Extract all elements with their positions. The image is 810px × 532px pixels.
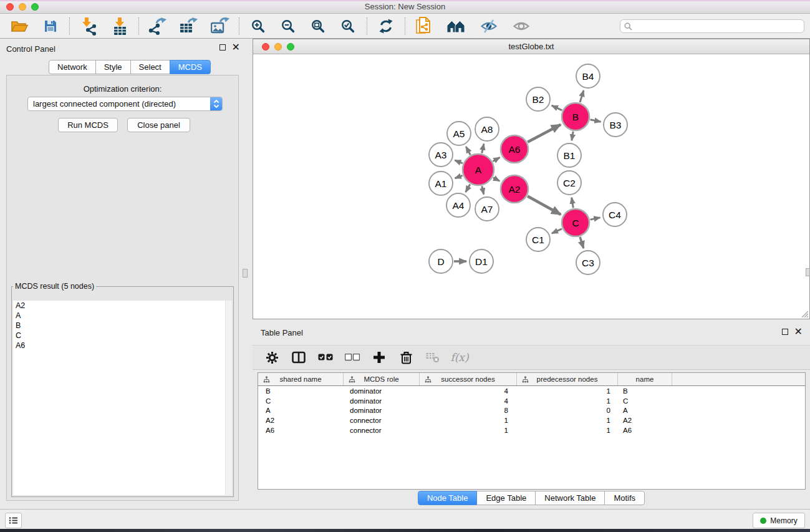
- node-B4[interactable]: B4: [576, 64, 600, 88]
- column-header-mcds-role[interactable]: MCDS role: [344, 373, 420, 385]
- tab-node-table[interactable]: Node Table: [418, 491, 478, 505]
- tab-style[interactable]: Style: [95, 60, 131, 74]
- close-panel-icon[interactable]: ✕: [232, 44, 240, 51]
- edge-A-A3[interactable]: [455, 160, 463, 163]
- criterion-dropdown[interactable]: largest connected component (directed): [27, 97, 223, 111]
- node-C3[interactable]: C3: [576, 251, 600, 274]
- node-B1[interactable]: B1: [557, 143, 581, 167]
- zoom-in-icon[interactable]: [248, 16, 269, 36]
- zoom-out-icon[interactable]: [277, 16, 299, 36]
- table-row[interactable]: Bdominator41B: [258, 386, 805, 396]
- function-builder-icon[interactable]: f(x): [451, 349, 468, 365]
- network-canvas[interactable]: B4B2BB3A5A8A6B1A3AA1C2A2A4A7C4CC1C3DD1: [254, 55, 806, 318]
- minimize-network-button[interactable]: [274, 43, 282, 51]
- edge-C-C2[interactable]: [572, 198, 574, 208]
- run-mcds-button[interactable]: Run MCDS: [58, 118, 118, 132]
- zoom-fit-icon[interactable]: [307, 16, 329, 36]
- import-table-icon[interactable]: [109, 16, 130, 36]
- close-panel-button[interactable]: Close panel: [127, 118, 190, 132]
- tab-mcds[interactable]: MCDS: [170, 60, 211, 74]
- open-folder-icon[interactable]: [9, 16, 30, 36]
- node-A[interactable]: A: [463, 154, 494, 185]
- export-table-icon[interactable]: [178, 16, 200, 36]
- node-A3[interactable]: A3: [429, 143, 453, 167]
- scrollbar[interactable]: [225, 301, 232, 495]
- mcds-result-item[interactable]: B: [13, 321, 232, 331]
- node-A2[interactable]: A2: [501, 175, 528, 203]
- node-B2[interactable]: B2: [526, 87, 550, 111]
- column-header-name[interactable]: name: [618, 373, 672, 385]
- node-C2[interactable]: C2: [557, 171, 581, 195]
- node-A1[interactable]: A1: [429, 172, 453, 195]
- node-table[interactable]: shared nameMCDS rolesuccessor nodesprede…: [258, 372, 806, 490]
- mcds-result-item[interactable]: C: [13, 331, 232, 341]
- node-C[interactable]: C: [562, 209, 589, 236]
- node-D[interactable]: D: [429, 249, 453, 273]
- maximize-network-button[interactable]: [287, 43, 294, 51]
- tab-network-table[interactable]: Network Table: [535, 491, 605, 505]
- delete-column-icon[interactable]: [398, 349, 414, 365]
- column-header-successor-nodes[interactable]: successor nodes: [420, 373, 517, 385]
- edge-A2-C[interactable]: [528, 196, 561, 215]
- node-B[interactable]: B: [562, 103, 589, 130]
- save-icon[interactable]: [40, 16, 61, 36]
- show-eye-icon[interactable]: [511, 16, 532, 36]
- memory-button[interactable]: Memory: [753, 513, 805, 528]
- column-header-shared-name[interactable]: shared name: [258, 373, 344, 385]
- node-D1[interactable]: D1: [470, 249, 493, 273]
- edge-A6-B[interactable]: [528, 125, 561, 142]
- tab-network[interactable]: Network: [49, 60, 96, 74]
- table-row[interactable]: Cdominator41C: [258, 396, 805, 406]
- export-image-icon[interactable]: [210, 16, 231, 36]
- edge-A-A6[interactable]: [493, 157, 499, 161]
- maximize-window-button[interactable]: [31, 3, 39, 11]
- table-row[interactable]: Adominator80A: [258, 406, 805, 416]
- add-column-icon[interactable]: [371, 349, 387, 365]
- right-splitter-handle[interactable]: [806, 268, 810, 276]
- task-history-button[interactable]: [5, 513, 22, 528]
- hide-eye-icon[interactable]: [478, 16, 499, 36]
- edge-A-A2[interactable]: [493, 178, 499, 181]
- edge-A-A5[interactable]: [466, 147, 470, 155]
- edge-C-C3[interactable]: [580, 237, 584, 248]
- node-A4[interactable]: A4: [446, 193, 470, 217]
- search-input[interactable]: [635, 21, 800, 31]
- export-network-icon[interactable]: [147, 16, 168, 36]
- tab-edge-table[interactable]: Edge Table: [476, 491, 536, 505]
- deselect-all-icon[interactable]: [344, 349, 360, 365]
- network-document-icon[interactable]: [413, 16, 435, 36]
- panel-splitter-handle[interactable]: [243, 269, 248, 278]
- mcds-result-item[interactable]: A: [13, 311, 232, 321]
- select-all-icon[interactable]: [317, 349, 334, 365]
- table-row[interactable]: A2connector11A2: [258, 415, 805, 425]
- zoom-selected-icon[interactable]: [337, 16, 359, 36]
- import-network-icon[interactable]: [78, 16, 99, 36]
- edge-A-A4[interactable]: [466, 185, 470, 193]
- gear-icon[interactable]: [264, 349, 280, 365]
- edge-B-B4[interactable]: [580, 90, 584, 102]
- node-B3[interactable]: B3: [604, 113, 627, 137]
- tab-select[interactable]: Select: [130, 60, 170, 74]
- float-table-panel-icon[interactable]: [782, 329, 788, 335]
- tab-motifs[interactable]: Motifs: [604, 491, 645, 505]
- edge-C-C1[interactable]: [552, 229, 562, 233]
- node-A7[interactable]: A7: [475, 197, 499, 221]
- network-window-titlebar[interactable]: testGlobe.txt: [253, 39, 809, 54]
- edge-A-A7[interactable]: [482, 186, 484, 194]
- edge-B-B1[interactable]: [572, 132, 573, 141]
- edge-A-A8[interactable]: [482, 143, 484, 153]
- close-network-button[interactable]: [262, 43, 269, 51]
- node-A6[interactable]: A6: [501, 135, 528, 163]
- node-A8[interactable]: A8: [475, 117, 499, 141]
- edge-B-B2[interactable]: [552, 105, 562, 110]
- resize-grip-icon[interactable]: [799, 309, 808, 317]
- edge-A-A1[interactable]: [455, 175, 463, 178]
- search-box[interactable]: [620, 19, 804, 33]
- columns-icon[interactable]: [291, 349, 307, 365]
- mcds-result-item[interactable]: A2: [13, 301, 232, 311]
- close-table-panel-icon[interactable]: ✕: [794, 329, 803, 335]
- mcds-result-list[interactable]: A2ABCA6: [13, 301, 232, 495]
- edge-C-C4[interactable]: [591, 218, 600, 220]
- node-A5[interactable]: A5: [447, 122, 471, 145]
- refresh-layout-icon[interactable]: [375, 16, 397, 36]
